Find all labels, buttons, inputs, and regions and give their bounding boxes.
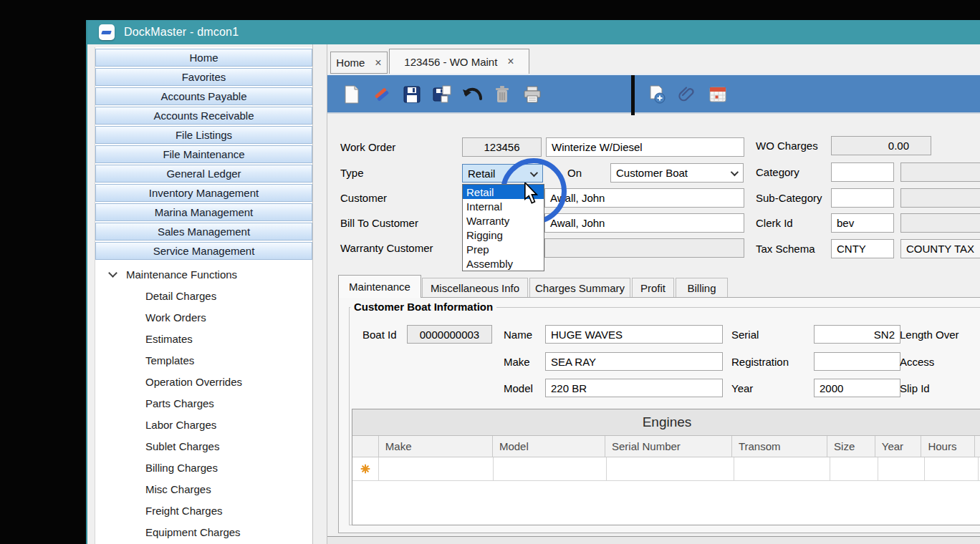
cell-model[interactable]	[494, 457, 607, 480]
new-document-button[interactable]	[342, 84, 362, 105]
dropdown-option-warranty[interactable]: Warranty	[463, 213, 544, 228]
cell-year[interactable]	[878, 457, 925, 480]
cell-serial-number[interactable]	[607, 457, 734, 480]
schedule-button[interactable]	[708, 84, 728, 105]
work-order-description-field[interactable]: Winterize W/Diesel	[546, 137, 744, 157]
sidebar-item-file-listings[interactable]: File Listings	[95, 126, 312, 144]
sub-category-input[interactable]	[831, 188, 894, 208]
boat-model-input[interactable]: 220 BR	[545, 379, 723, 397]
work-order-number-field[interactable]: 123456	[462, 137, 542, 157]
undo-icon	[462, 86, 482, 103]
tree-item-templates[interactable]: Templates	[95, 349, 312, 371]
attachment-button[interactable]	[677, 84, 697, 105]
subtab-billing[interactable]: Billing	[676, 278, 728, 298]
add-document-icon	[648, 85, 666, 104]
tax-schema-input[interactable]: CNTY	[831, 239, 894, 258]
tree-item-work-orders[interactable]: Work Orders	[95, 306, 312, 328]
tree-item-misc-charges[interactable]: Misc Charges	[95, 478, 312, 500]
dropdown-option-rigging[interactable]: Rigging	[463, 228, 544, 242]
pane-splitter[interactable]	[312, 44, 327, 544]
sidebar-item-inventory-management[interactable]: Inventory Management	[95, 184, 312, 202]
year-label: Year	[731, 379, 753, 397]
length-overall-label: Length Over	[900, 325, 959, 344]
row-selector-header	[352, 436, 379, 457]
tree-item-parts-charges[interactable]: Parts Charges	[95, 392, 312, 414]
col-transom: Transom	[732, 436, 827, 457]
wo-charges-value: 0.00	[831, 136, 931, 155]
serial-input[interactable]: SN2	[814, 325, 900, 344]
add-document-button[interactable]	[647, 84, 667, 105]
bill-to-customer-field[interactable]: Awall, John	[544, 213, 744, 233]
boat-id-value: 0000000003	[407, 325, 492, 344]
engines-new-row[interactable]	[352, 457, 980, 481]
tab-home[interactable]: Home ×	[330, 52, 388, 74]
boat-make-input[interactable]: SEA RAY	[545, 352, 723, 371]
dropdown-option-prep[interactable]: Prep	[463, 242, 544, 256]
close-icon[interactable]: ×	[507, 56, 514, 67]
year-input[interactable]: 2000	[814, 379, 900, 397]
sidebar-item-marina-management[interactable]: Marina Management	[95, 203, 312, 221]
tab-wo-maint-label: 123456 - WO Maint	[404, 56, 497, 68]
access-label: Access	[900, 352, 934, 371]
cell-transom[interactable]	[734, 457, 830, 480]
on-combobox-value: Customer Boat	[616, 167, 688, 179]
cell-hours[interactable]	[925, 457, 979, 480]
dropdown-option-assembly[interactable]: Assembly	[463, 256, 544, 271]
sidebar-item-sales-management[interactable]: Sales Management	[95, 223, 312, 241]
tax-schema-label: Tax Schema	[756, 239, 815, 258]
col-size: Size	[827, 436, 875, 457]
erase-button[interactable]	[372, 84, 392, 105]
type-combobox-value: Retail	[468, 167, 495, 180]
cell-make[interactable]	[379, 457, 494, 480]
clerk-description	[900, 213, 980, 233]
tree-item-detail-charges[interactable]: Detail Charges	[95, 285, 312, 306]
boat-name-input[interactable]: HUGE WAVES	[545, 325, 723, 344]
tab-wo-maint[interactable]: 123456 - WO Maint ×	[389, 49, 529, 74]
sidebar-item-general-ledger[interactable]: General Ledger	[95, 165, 312, 183]
tree-item-operation-overrides[interactable]: Operation Overrides	[95, 371, 312, 392]
sidebar-item-file-maintenance[interactable]: File Maintenance	[95, 145, 312, 163]
save-as-button[interactable]	[432, 84, 452, 105]
sidebar-item-service-management[interactable]: Service Management	[95, 242, 312, 260]
tree-item-sublet-charges[interactable]: Sublet Charges	[95, 435, 312, 457]
subtab-charges-summary[interactable]: Charges Summary	[529, 278, 630, 298]
cell-size[interactable]	[830, 457, 878, 480]
tree-item-equipment-charges[interactable]: Equipment Charges	[95, 521, 312, 543]
category-input[interactable]	[831, 162, 894, 182]
sidebar-item-home[interactable]: Home	[95, 49, 312, 67]
sidebar-item-accounts-payable[interactable]: Accounts Payable	[95, 87, 312, 105]
app-window: DockMaster - dmcon1 Home Favorites Accou…	[86, 20, 980, 544]
tree-item-estimates[interactable]: Estimates	[95, 328, 312, 349]
sidebar-item-accounts-receivable[interactable]: Accounts Receivable	[95, 107, 312, 125]
sidebar-item-favorites[interactable]: Favorites	[95, 68, 312, 86]
clerk-id-input[interactable]: bev	[831, 213, 894, 233]
on-combobox[interactable]: Customer Boat	[610, 163, 744, 183]
tree-item-freight-charges[interactable]: Freight Charges	[95, 500, 312, 521]
col-year: Year	[875, 436, 922, 457]
main-area: Home × 123456 - WO Maint ×	[327, 44, 980, 544]
subtab-miscellaneous-info[interactable]: Miscellaneous Info	[422, 278, 528, 298]
boat-model-label: Model	[504, 379, 533, 397]
subtab-profit[interactable]: Profit	[632, 278, 674, 298]
subtab-maintenance[interactable]: Maintenance	[338, 275, 421, 298]
registration-input[interactable]	[814, 352, 900, 371]
undo-button[interactable]	[462, 84, 482, 105]
close-icon[interactable]: ×	[375, 57, 381, 69]
wo-charges-label: WO Charges	[756, 136, 818, 155]
toolbar-divider	[631, 75, 635, 115]
app-logo-icon	[99, 24, 115, 40]
sidebar-menu: Home Favorites Accounts Payable Accounts…	[95, 47, 312, 544]
customer-name-field[interactable]: Awall, John	[544, 188, 744, 208]
next-section-edge	[327, 536, 980, 544]
sub-category-label: Sub-Category	[756, 188, 822, 208]
delete-button[interactable]	[492, 84, 512, 105]
slip-id-label: Slip Id	[900, 379, 930, 397]
print-button[interactable]	[522, 84, 542, 105]
tree-node-maintenance-functions[interactable]: Maintenance Functions	[95, 265, 312, 283]
tree-item-billing-charges[interactable]: Billing Charges	[95, 457, 312, 478]
new-document-icon	[344, 85, 360, 104]
tree-item-labor-charges[interactable]: Labor Charges	[95, 414, 312, 435]
save-button[interactable]	[402, 84, 422, 105]
boat-name-label: Name	[504, 325, 532, 344]
col-model: Model	[493, 436, 605, 457]
